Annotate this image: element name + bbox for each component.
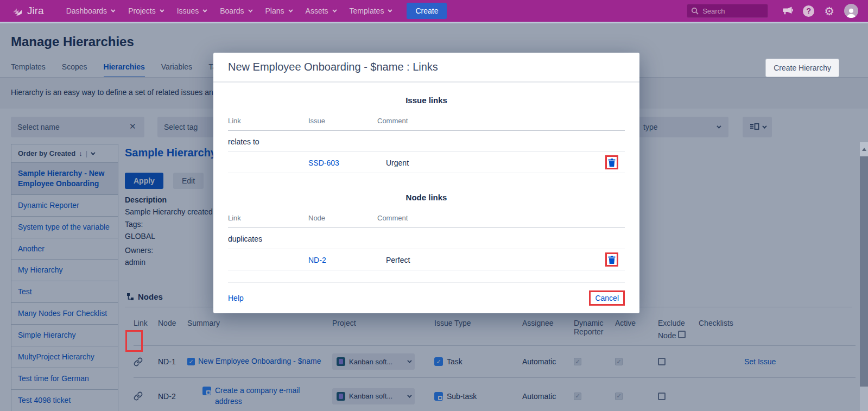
announcements-icon[interactable]	[782, 5, 793, 16]
nav-item-dashboards[interactable]: Dashboards	[60, 2, 121, 20]
issue-link-type: relates to	[228, 131, 308, 151]
nav-item-assets[interactable]: Assets	[300, 2, 341, 20]
help-link[interactable]: Help	[228, 294, 244, 302]
delete-node-link-button[interactable]	[605, 252, 618, 267]
modal-body: Issue links Link Issue Comment relates t…	[213, 96, 639, 270]
help-icon[interactable]: ?	[803, 5, 814, 17]
nav-item-templates[interactable]: Templates	[344, 2, 397, 20]
nav-item-boards[interactable]: Boards	[214, 2, 257, 20]
scrollbar-thumb[interactable]	[860, 156, 868, 387]
modal-title: New Employee Onboarding - $name : Links	[228, 61, 438, 73]
search-input[interactable]	[687, 4, 768, 18]
node-comment: Perfect	[377, 249, 605, 270]
trash-icon	[608, 159, 616, 167]
create-button[interactable]: Create	[407, 3, 447, 19]
node-col-node: Node	[308, 211, 377, 227]
nav-right: ? ⚙	[687, 0, 858, 22]
chevron-down-icon	[388, 8, 392, 12]
avatar[interactable]	[844, 4, 858, 18]
chevron-down-icon	[202, 8, 207, 12]
chevron-down-icon	[160, 8, 164, 12]
node-key-link[interactable]: ND-2	[308, 256, 326, 264]
chevron-down-icon	[248, 8, 252, 12]
screen: Jira Dashboards Projects Issues Boards P…	[0, 0, 868, 411]
cancel-link[interactable]: Cancel	[595, 294, 619, 302]
node-col-link: Link	[228, 211, 308, 227]
settings-gear-icon[interactable]: ⚙	[824, 5, 834, 17]
modal-header: New Employee Onboarding - $name : Links	[213, 53, 639, 83]
modal-footer: Help Cancel	[228, 282, 625, 306]
brand-name: Jira	[27, 5, 44, 17]
issue-comment: Urgent	[377, 152, 605, 173]
delete-issue-link-button[interactable]	[605, 155, 618, 169]
search-icon	[691, 7, 699, 15]
top-nav: Jira Dashboards Projects Issues Boards P…	[0, 0, 868, 23]
chevron-down-icon	[332, 8, 337, 12]
scroll-up-button[interactable]	[860, 142, 868, 156]
nav-search	[687, 4, 768, 18]
issue-col-issue: Issue	[308, 113, 377, 130]
chevron-down-icon	[288, 8, 293, 12]
node-links-table: Link Node Comment duplicates ND-2 Perfec…	[228, 211, 625, 270]
issue-links-heading: Issue links	[228, 96, 625, 105]
node-link-type: duplicates	[228, 228, 308, 249]
scroll-up-arrow-icon	[862, 148, 866, 151]
jira-logo-icon	[11, 4, 24, 17]
jira-logo[interactable]: Jira	[11, 4, 44, 17]
nav-item-issues[interactable]: Issues	[171, 2, 212, 20]
issue-links-table: Link Issue Comment relates to SSD-603 Ur…	[228, 113, 625, 173]
issue-col-comment: Comment	[377, 113, 605, 130]
trash-icon	[608, 256, 616, 264]
chevron-down-icon	[111, 8, 115, 12]
node-col-comment: Comment	[377, 211, 605, 227]
links-modal: New Employee Onboarding - $name : Links …	[213, 53, 639, 313]
issue-col-link: Link	[228, 113, 308, 130]
issue-key-link[interactable]: SSD-603	[308, 159, 339, 167]
table-divider	[228, 173, 625, 173]
table-divider	[228, 270, 625, 270]
create-hierarchy-button[interactable]: Create Hierarchy	[765, 59, 839, 77]
nav-item-projects[interactable]: Projects	[122, 2, 169, 20]
node-links-heading: Node links	[228, 193, 625, 202]
scrollbar[interactable]	[860, 142, 868, 411]
cancel-annotation-box: Cancel	[589, 290, 625, 306]
nav-item-plans[interactable]: Plans	[259, 2, 297, 20]
nav-menu: Dashboards Projects Issues Boards Plans …	[60, 2, 447, 20]
